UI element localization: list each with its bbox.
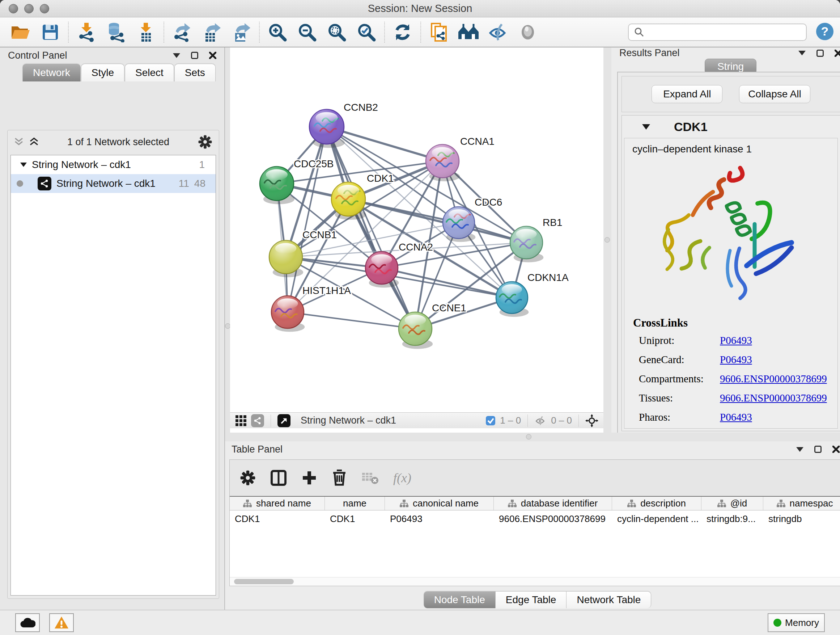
column-header-description[interactable]: description <box>612 497 701 510</box>
network-edge-HIST1H1A-CCNE1[interactable] <box>287 312 415 329</box>
table-cell[interactable]: stringdb:9... <box>701 513 763 524</box>
table-cell[interactable]: CDK1 <box>230 513 325 524</box>
network-edge-CCNB2-CCNE1[interactable] <box>327 127 415 329</box>
tree-expand-icon[interactable] <box>20 163 27 167</box>
right-splitter[interactable] <box>603 48 611 432</box>
search-input[interactable] <box>648 27 801 38</box>
tab-style[interactable]: Style <box>81 64 125 81</box>
grid-view-icon[interactable] <box>235 415 247 426</box>
hide-details-button[interactable] <box>483 20 513 44</box>
zoom-fit-button[interactable] <box>322 20 352 44</box>
crosslink-genecard-link[interactable]: P06493 <box>720 354 834 366</box>
maximize-window-button[interactable] <box>40 4 49 13</box>
column-header-namespac[interactable]: namespac <box>763 497 840 510</box>
network-graph[interactable]: CCNB2CCNA1CDC25BCDK1CDC6RB1CCNB1CCNA2CDK… <box>230 48 603 412</box>
panel-close-icon[interactable] <box>209 52 216 59</box>
collapse-all-icon[interactable] <box>14 137 24 147</box>
table-options-gear-icon[interactable] <box>240 470 256 486</box>
network-node-CCNB2[interactable] <box>309 109 345 148</box>
import-table-button[interactable] <box>131 20 161 44</box>
network-node-CDKN1A[interactable] <box>496 282 529 317</box>
network-node-RB1[interactable] <box>510 226 543 263</box>
network-node-CCNA2[interactable] <box>365 252 399 288</box>
scrollbar-thumb[interactable] <box>234 579 294 584</box>
column-header-name[interactable]: name <box>325 497 385 510</box>
collapse-all-button[interactable]: Collapse All <box>739 85 810 103</box>
expand-all-button[interactable]: Expand All <box>652 85 722 103</box>
home-button[interactable] <box>454 20 483 44</box>
tab-network[interactable]: Network <box>22 64 81 81</box>
network-node-HIST1H1A[interactable] <box>271 296 305 332</box>
panel-close-icon[interactable] <box>832 446 840 453</box>
table-cell[interactable]: CDK1 <box>325 513 385 524</box>
add-column-icon[interactable] <box>302 470 317 486</box>
export-image-button[interactable] <box>226 20 256 44</box>
network-canvas[interactable]: CCNB2CCNA1CDC25BCDK1CDC6RB1CCNB1CCNA2CDK… <box>230 48 603 412</box>
network-node-CCNA1[interactable] <box>426 144 460 181</box>
pan-crosshair-icon[interactable] <box>585 414 598 427</box>
crosslink-uniprot-link[interactable]: P06493 <box>720 334 834 347</box>
left-splitter[interactable] <box>225 48 230 432</box>
table-row[interactable]: CDK1CDK1P064939606.ENSP00000378699cyclin… <box>230 510 840 527</box>
panel-menu-icon[interactable] <box>796 447 804 452</box>
minimize-window-button[interactable] <box>24 4 34 13</box>
network-collection-row[interactable]: String Network – cdk1 1 <box>11 155 216 174</box>
network-options-gear-icon[interactable] <box>198 135 212 149</box>
network-node-CDC25B[interactable] <box>260 166 294 204</box>
network-edge-CCNA2-CDKN1A[interactable] <box>382 268 512 298</box>
crosslink-pharos-link[interactable]: P06493 <box>720 411 834 423</box>
splitter-handle[interactable] <box>526 434 531 440</box>
horizontal-splitter[interactable] <box>225 432 840 441</box>
panel-float-icon[interactable] <box>814 446 821 453</box>
import-network-button[interactable] <box>72 20 101 44</box>
refresh-button[interactable] <box>388 20 417 44</box>
network-node-CCNE1[interactable] <box>399 312 433 349</box>
zoom-in-button[interactable] <box>263 20 292 44</box>
table-cell[interactable]: stringdb <box>763 513 840 524</box>
column-header-database-identifier[interactable]: database identifier <box>494 497 612 510</box>
table-cell[interactable]: P06493 <box>385 513 494 524</box>
column-header-shared-name[interactable]: shared name <box>230 497 325 510</box>
warnings-button[interactable] <box>49 613 74 632</box>
export-table-button[interactable] <box>197 20 226 44</box>
network-share-button[interactable] <box>251 414 264 427</box>
crosslink-compartments-link[interactable]: 9606.ENSP00000378699 <box>720 373 834 385</box>
zoom-out-button[interactable] <box>292 20 322 44</box>
tab-sets[interactable]: Sets <box>174 64 216 81</box>
memory-button[interactable]: Memory <box>767 613 825 632</box>
import-database-button[interactable] <box>101 20 131 44</box>
splitter-handle[interactable] <box>605 237 610 242</box>
column-header-canonical-name[interactable]: canonical name <box>385 497 494 510</box>
gene-section-header[interactable]: CDK1 <box>622 116 840 138</box>
clipboard-network-button[interactable] <box>424 20 454 44</box>
tab-network-table[interactable]: Network Table <box>566 591 651 608</box>
network-node-CCNB1[interactable] <box>269 241 303 277</box>
open-session-button[interactable] <box>6 20 35 44</box>
horizontal-scrollbar[interactable] <box>230 577 840 586</box>
table-cell[interactable]: 9606.ENSP00000378699 <box>494 513 612 524</box>
panel-menu-icon[interactable] <box>173 53 180 58</box>
close-window-button[interactable] <box>9 4 18 13</box>
splitter-handle[interactable] <box>225 323 231 329</box>
network-node-CDC6[interactable] <box>443 207 475 242</box>
help-button[interactable]: ? <box>815 22 834 42</box>
network-node-CDK1[interactable] <box>332 182 366 220</box>
expand-all-icon[interactable] <box>29 137 39 147</box>
tab-edge-table[interactable]: Edge Table <box>495 591 567 608</box>
panel-menu-icon[interactable] <box>798 51 806 55</box>
tab-node-table[interactable]: Node Table <box>424 591 495 608</box>
crosslink-tissues-link[interactable]: 9606.ENSP00000378699 <box>720 392 834 404</box>
show-columns-icon[interactable] <box>270 470 287 486</box>
panel-float-icon[interactable] <box>191 52 198 59</box>
panel-float-icon[interactable] <box>816 50 824 57</box>
export-network-button[interactable] <box>167 20 197 44</box>
section-collapse-icon[interactable] <box>642 124 650 130</box>
birdseye-button[interactable] <box>513 20 543 44</box>
selected-checkbox-icon[interactable] <box>485 416 496 426</box>
network-row-selected[interactable]: String Network – cdk1 11 48 <box>11 174 216 193</box>
cloud-status-button[interactable] <box>15 613 40 632</box>
save-session-button[interactable] <box>35 20 65 44</box>
panel-close-icon[interactable] <box>835 50 840 57</box>
birdseye-toggle-button[interactable] <box>278 414 291 427</box>
delete-column-icon[interactable] <box>332 470 347 486</box>
